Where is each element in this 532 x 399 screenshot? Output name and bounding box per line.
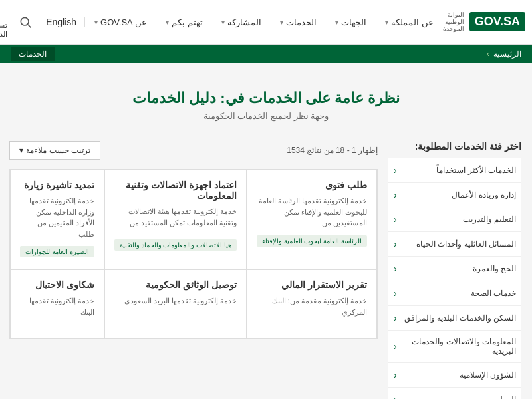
page-title: نظرة عامة على الخدمات في: دليل الخدمات (11, 90, 521, 107)
service-card[interactable]: شكاوى الاحتيال خدمة إلكترونية تقدمها الب… (10, 269, 104, 338)
service-cards-grid: طلب فتوى خدمة إلكترونية تقدمها الرئاسة ا… (9, 169, 378, 339)
nav-item-care[interactable]: تهتم بكم ▾ (156, 0, 212, 44)
chevron-left-icon: ‹ (394, 341, 397, 352)
service-card[interactable]: اعتماد اجهزة الاتصالات وتقنية المعلومات … (104, 170, 247, 269)
card-desc: خدمة إلكترونية تقدمها البنك (20, 295, 94, 322)
chevron-down-icon: ▾ (94, 19, 98, 26)
chevron-down-icon: ▾ (19, 146, 23, 155)
breadcrumb: الرئيسية › (487, 49, 521, 59)
card-tag: الصيرة العامة للجوازات (20, 246, 94, 257)
results-count: إظهار 1 - 18 من نتائج 1534 (287, 146, 378, 155)
page-content: نظرة عامة على الخدمات في: دليل الخدمات و… (0, 63, 532, 399)
card-desc: خدمة إلكترونية تقدمها وزارة الداخلية تمك… (20, 196, 94, 239)
page-title-section: نظرة عامة على الخدمات في: دليل الخدمات و… (11, 76, 521, 128)
card-title: تقرير الاستقرار المالي (257, 279, 367, 290)
chevron-left-icon: ‹ (394, 313, 397, 323)
logo-subtitle: البوابة الوطنية الموحدة (443, 11, 464, 33)
chevron-down-icon: ▾ (335, 19, 338, 26)
search-button[interactable] (15, 7, 36, 37)
nav-item-participation[interactable]: المشاركة ▾ (212, 0, 271, 44)
chevron-left-icon: ‹ (394, 239, 397, 249)
chevron-left-icon: ‹ (394, 165, 397, 176)
header-actions: English 👤 تسجيل الدخول (0, 3, 85, 41)
main-nav: عن GOV.SA ▾ تهتم بكم ▾ المشاركة ▾ الخدما… (85, 0, 443, 44)
header-top: GOV.SA البوابة الوطنية الموحدة عن GOV.SA… (0, 0, 532, 44)
service-card[interactable]: توصيل الوثائق الحكومية خدمة إلكترونية تق… (104, 269, 247, 338)
header: GOV.SA البوابة الوطنية الموحدة عن GOV.SA… (0, 0, 532, 45)
nav-item-about-kingdom[interactable]: عن المملكة ▾ (376, 0, 443, 44)
service-card[interactable]: تقرير الاستقرار المالي خدمة إلكترونية مق… (247, 269, 377, 338)
card-title: شكاوى الاحتيال (20, 279, 94, 290)
sidebar-item-telecom[interactable]: المعلومات والاتصالات والخدمات البريدية ‹ (388, 331, 521, 363)
chevron-left-icon: ‹ (394, 190, 397, 200)
svg-line-1 (28, 25, 31, 28)
sidebar-item-health[interactable]: خدمات الصحة ‹ (388, 281, 521, 306)
chevron-down-icon: ▾ (166, 19, 169, 26)
sort-button[interactable]: ترتيب حسب ملاءمة ▾ (9, 141, 100, 160)
card-desc: خدمة إلكترونية تقدمها البريد السعودي (114, 295, 237, 322)
chevron-down-icon: ▾ (385, 19, 388, 26)
service-card[interactable]: طلب فتوى خدمة إلكترونية تقدمها الرئاسة ا… (247, 170, 377, 269)
card-desc: خدمة إلكترونية تقدمها الرئاسة العامة للب… (257, 196, 367, 229)
nav-item-services[interactable]: الخدمات ▾ (271, 0, 326, 44)
nav-item-about-gov[interactable]: عن GOV.SA ▾ (85, 0, 156, 44)
breadcrumb-current: الخدمات (11, 47, 55, 61)
main-layout: اختر فئة الخدمات المطلوبة: الخدمات الأكث… (11, 141, 521, 399)
card-title: طلب فتوى (257, 180, 367, 190)
page-subtitle: وجهة نظر لجميع الخدمات الحكومية (11, 111, 521, 121)
sidebar-item-islamic[interactable]: الشؤون الإسلامية ‹ (388, 363, 521, 388)
sidebar-item-education[interactable]: التعليم والتدريب ‹ (388, 207, 521, 232)
chevron-down-icon: ▾ (280, 19, 283, 26)
nav-item-entities[interactable]: الجهات ▾ (326, 0, 376, 44)
language-switcher[interactable]: English (38, 17, 85, 27)
sidebar-item-family[interactable]: المسائل العائلية وأحداث الحياة ‹ (388, 232, 521, 257)
card-desc: خدمة إلكترونية مقدمة من: البنك المركزي (257, 295, 367, 322)
service-card[interactable]: تمديد تاشيرة زيارة خدمة إلكترونية تقدمها… (10, 170, 104, 269)
card-desc: خدمة إلكترونية تقدمها هيئة الاتصالات وتق… (114, 206, 237, 233)
sidebar-item-business[interactable]: إدارة وريادة الأعمال ‹ (388, 183, 521, 207)
card-title: تمديد تاشيرة زيارة (20, 180, 94, 190)
login-button[interactable]: 👤 تسجيل الدخول (0, 3, 13, 41)
chevron-left-icon: ‹ (394, 288, 397, 299)
card-tag: هيا الاتصالات والمعلومات والحماد والتقني… (114, 239, 237, 251)
chevron-left-icon: ‹ (394, 370, 397, 380)
card-tag: الرئاسة العامة لبحوث العلمية والإفتاء (257, 235, 367, 247)
sidebar-item-housing[interactable]: السكن والخدمات البلدية والمرافق ‹ (388, 306, 521, 331)
card-title: توصيل الوثائق الحكومية (114, 279, 237, 290)
chevron-left-icon: ‹ (394, 394, 397, 399)
breadcrumb-home[interactable]: الرئيسية (493, 49, 521, 59)
sidebar-title: اختر فئة الخدمات المطلوبة: (388, 141, 521, 152)
logo-area: GOV.SA البوابة الوطنية الموحدة (443, 11, 525, 33)
controls-bar: إظهار 1 - 18 من نتائج 1534 ترتيب حسب ملا… (9, 141, 378, 160)
card-title: اعتماد اجهزة الاتصالات وتقنية المعلومات (114, 180, 237, 201)
chevron-left-icon: ‹ (394, 214, 397, 225)
content-area: إظهار 1 - 18 من نتائج 1534 ترتيب حسب ملا… (9, 141, 378, 399)
sidebar-item-labor[interactable]: العمل و ‹ (388, 388, 521, 399)
chevron-down-icon: ▾ (221, 19, 225, 26)
sidebar: اختر فئة الخدمات المطلوبة: الخدمات الأكث… (388, 141, 521, 399)
chevron-left-icon: ‹ (394, 263, 397, 274)
gov-logo[interactable]: GOV.SA (469, 12, 525, 31)
green-nav-bar: الرئيسية › الخدمات (0, 45, 532, 63)
breadcrumb-separator: › (487, 49, 489, 59)
svg-point-0 (21, 17, 29, 25)
sidebar-item-hajj[interactable]: الحج والعمرة ‹ (388, 257, 521, 281)
sidebar-item-most-used[interactable]: الخدمات الأكثر استخداماً ‹ (388, 158, 521, 183)
